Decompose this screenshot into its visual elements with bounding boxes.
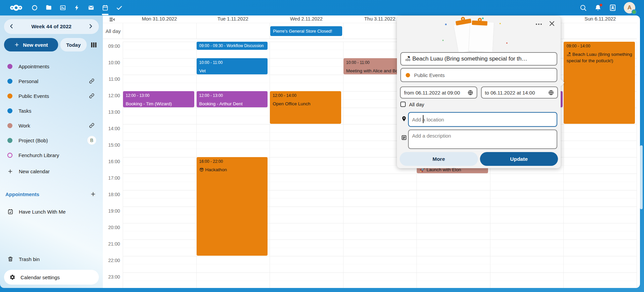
- appointment-item-label: Have Lunch With Me: [19, 209, 66, 215]
- all-day-cell[interactable]: [196, 23, 270, 39]
- week-view-toggle-icon[interactable]: [89, 40, 99, 50]
- event-title: Booking - Arthur Dent: [199, 101, 265, 107]
- hour-label: 19:00: [103, 208, 120, 214]
- today-button[interactable]: Today: [60, 38, 87, 51]
- user-avatar[interactable]: A: [624, 2, 635, 13]
- previous-week-button[interactable]: [9, 23, 15, 30]
- hour-label: 23:00: [103, 274, 120, 280]
- circle-app-icon[interactable]: [31, 3, 38, 12]
- calendar-event[interactable]: 09:00 - 14:00🏖 Beach Luau (Bring somethi…: [564, 42, 635, 124]
- start-datetime-field[interactable]: from 06.11.2022 at 09:00: [400, 86, 477, 99]
- day-header[interactable]: Wed 2.11.2022: [270, 16, 343, 22]
- shared-link-icon[interactable]: [89, 78, 95, 84]
- timezone-globe-icon[interactable]: [468, 90, 473, 96]
- search-icon[interactable]: [579, 4, 587, 11]
- day-column[interactable]: [270, 42, 343, 288]
- calendar-color-dot: [7, 153, 12, 158]
- calendar-select[interactable]: Public Events: [400, 68, 557, 82]
- avatar-letter: A: [628, 4, 632, 11]
- calendar-name: Tasks: [18, 108, 97, 114]
- trash-bin-button[interactable]: Trash bin: [4, 252, 99, 266]
- day-header[interactable]: Tue 1.11.2022: [196, 16, 270, 22]
- description-input[interactable]: [408, 130, 557, 149]
- tasks-app-icon[interactable]: [116, 3, 123, 12]
- sidebar-calendar-tasks[interactable]: Tasks: [4, 103, 99, 118]
- day-column[interactable]: [123, 42, 196, 288]
- day-header[interactable]: Sun 6.11.2022: [563, 16, 637, 22]
- files-app-icon[interactable]: [45, 3, 52, 12]
- close-icon[interactable]: [548, 20, 556, 28]
- sidebar-calendar-appointments[interactable]: Appointments: [4, 59, 99, 74]
- add-appointment-button[interactable]: [90, 191, 96, 197]
- header-right-actions: A: [579, 2, 635, 13]
- calendar-event[interactable]: 16:00 - 22:00😎 Hackathon: [197, 157, 268, 256]
- update-button-label: Update: [510, 156, 528, 162]
- popup-buttons-row: More Update: [400, 152, 558, 166]
- event-title-input[interactable]: 🏖 Beach Luau (Bring something special fo…: [400, 52, 557, 66]
- mail-app-icon[interactable]: [87, 3, 95, 12]
- shared-link-icon[interactable]: [89, 93, 95, 99]
- date-range-row: from 06.11.2022 at 09:00 to 06.11.2022 a…: [400, 86, 558, 99]
- calendar-app-icon[interactable]: [102, 3, 109, 12]
- event-time: 12:00 - 13:00: [126, 93, 192, 98]
- more-options-ellipsis-icon[interactable]: [534, 21, 543, 28]
- activity-app-icon[interactable]: [73, 3, 81, 12]
- more-button[interactable]: More: [400, 152, 478, 166]
- calendar-name: Public Events: [18, 93, 89, 99]
- today-label: Today: [66, 42, 81, 48]
- shared-link-icon[interactable]: [89, 122, 95, 129]
- start-datetime-value: from 06.11.2022 at 09:00: [404, 90, 460, 96]
- photos-app-icon[interactable]: [59, 3, 67, 12]
- end-datetime-field[interactable]: to 06.11.2022 at 14:00: [481, 86, 558, 99]
- trash-icon: [7, 256, 13, 262]
- sidebar-calendar-project-bob-[interactable]: Project (Bob)B: [4, 133, 99, 148]
- new-calendar-button[interactable]: New calendar: [4, 164, 99, 179]
- new-event-button[interactable]: New event: [4, 38, 58, 51]
- trash-bin-label: Trash bin: [19, 256, 40, 262]
- sidebar-calendar-public-events[interactable]: Public Events: [4, 88, 99, 103]
- hour-label: 21:00: [103, 241, 120, 247]
- event-time: 10:00 - 11:00: [199, 60, 265, 65]
- vertical-scrollbar[interactable]: [640, 145, 643, 209]
- nextcloud-logo[interactable]: [6, 3, 26, 13]
- next-week-button[interactable]: [87, 23, 94, 30]
- notification-badge: [600, 4, 602, 6]
- calendar-event[interactable]: 12:00 - 14:00Open Office Lunch: [270, 91, 341, 124]
- sidebar-calendar-fenchurch-library[interactable]: Fenchurch Library: [4, 148, 99, 162]
- calendar-color-dot: [7, 108, 12, 113]
- calendar-event[interactable]: 12:00 - 13:00Booking - Arthur Dent: [197, 91, 268, 107]
- timezone-globe-icon[interactable]: [548, 90, 554, 96]
- calendar-settings-button[interactable]: Calendar settings: [4, 270, 99, 285]
- calendar-event[interactable]: 12:00 - 13:00Booking - Tim (Wizard): [123, 91, 194, 107]
- calendar-name: Personal: [18, 78, 89, 84]
- hour-label: 20:00: [103, 225, 120, 230]
- calendar-color-dot: [7, 123, 12, 128]
- day-header[interactable]: Mon 31.10.2022: [123, 16, 196, 22]
- sidebar-calendar-work[interactable]: Work: [4, 118, 99, 133]
- appointments-heading: Appointments: [5, 191, 39, 197]
- all-day-checkbox[interactable]: [400, 102, 406, 107]
- all-day-cell[interactable]: [123, 23, 196, 39]
- sidebar-calendar-personal[interactable]: Personal: [4, 74, 99, 88]
- hour-label: 17:00: [103, 175, 120, 181]
- calendar-event[interactable]: 09:00 - 09:30 - Workflow Discussion: [197, 42, 268, 50]
- appointment-item-have-lunch[interactable]: Have Lunch With Me: [4, 204, 99, 219]
- notifications-bell-icon[interactable]: [594, 4, 602, 11]
- sharee-avatar-badge: B: [87, 136, 96, 145]
- logo-circle: [13, 5, 19, 11]
- calendar-event[interactable]: 10:00 - 11:00Vet: [197, 58, 268, 74]
- calendar-settings-label: Calendar settings: [21, 275, 60, 280]
- text-caret: [423, 115, 424, 123]
- event-time: 12:00 - 14:00: [273, 93, 338, 98]
- collapse-sidebar-icon[interactable]: [109, 16, 116, 23]
- all-day-cell[interactable]: [563, 23, 637, 39]
- location-pin-icon: [401, 116, 407, 122]
- event-editor-popup: 🏖 Beach Luau (Bring something special fo…: [397, 16, 561, 168]
- contacts-menu-icon[interactable]: [609, 4, 616, 11]
- location-input[interactable]: [408, 112, 557, 127]
- update-button[interactable]: Update: [480, 152, 558, 166]
- all-day-checkbox-row[interactable]: All day: [400, 101, 557, 108]
- all-day-event[interactable]: Pierre's General Store Closed!: [270, 26, 342, 36]
- event-title: 🏖 Beach Luau (Bring something special fo…: [566, 51, 632, 64]
- new-event-label: New event: [23, 42, 48, 48]
